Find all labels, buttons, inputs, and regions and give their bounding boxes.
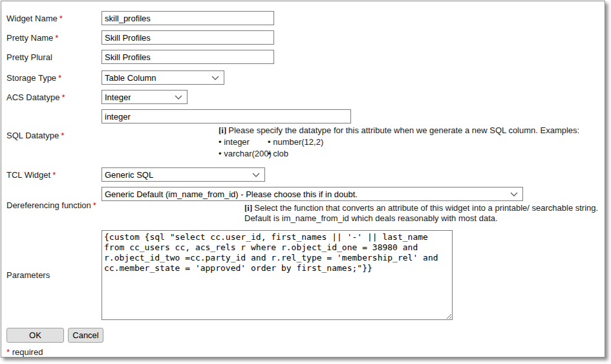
acs-datatype-label: ACS Datatype*	[6, 92, 102, 102]
storage-type-row: Storage Type* Table Column	[6, 70, 605, 85]
list-item: varchar(200)	[219, 148, 268, 160]
tcl-widget-select[interactable]: Generic SQL	[102, 167, 265, 182]
list-item: clob	[268, 148, 425, 160]
pretty-name-label: Pretty Name*	[6, 33, 102, 43]
dereferencing-function-selected-value: Generic Default (im_name_from_id) - Plea…	[105, 189, 358, 199]
acs-datatype-select[interactable]: Integer	[102, 90, 188, 104]
required-note: * required	[6, 347, 605, 357]
tcl-widget-label: TCL Widget*	[6, 170, 102, 180]
info-icon: [i]	[219, 125, 226, 135]
sql-datatype-label-text: SQL Datatype	[6, 131, 59, 140]
required-asterisk: *	[52, 170, 56, 180]
storage-type-label-text: Storage Type	[6, 73, 56, 83]
list-item: integer	[219, 136, 268, 148]
acs-datatype-label-text: ACS Datatype	[6, 92, 59, 102]
sql-datatype-label: SQL Datatype*	[6, 131, 102, 140]
dereferencing-function-field-group: Generic Default (im_name_from_id) - Plea…	[102, 187, 598, 224]
pretty-name-label-text: Pretty Name	[6, 33, 53, 43]
dereferencing-function-help-line1-text: Select the function that converts an att…	[254, 203, 598, 213]
acs-datatype-row: ACS Datatype* Integer	[6, 90, 605, 104]
storage-type-select[interactable]: Table Column	[102, 70, 224, 85]
pretty-name-row: Pretty Name*	[6, 30, 605, 45]
chevron-down-icon	[510, 192, 518, 197]
sql-datatype-help-text-body: Please specify the datatype for this att…	[228, 125, 579, 135]
required-asterisk: *	[58, 73, 61, 83]
widget-name-label-text: Widget Name	[6, 14, 58, 23]
required-asterisk: *	[6, 347, 10, 357]
chevron-down-icon	[211, 76, 219, 80]
sql-datatype-row: SQL Datatype* [i]Please specify the data…	[6, 109, 605, 161]
dereferencing-function-help-line1: [i]Select the function that converts an …	[244, 203, 598, 213]
info-icon: [i]	[244, 203, 252, 213]
cancel-button[interactable]: Cancel	[68, 328, 103, 343]
required-asterisk: *	[59, 14, 63, 23]
parameters-textarea[interactable]: {custom {sql "select cc.user_id, first_n…	[102, 230, 453, 320]
acs-datatype-selected-value: Integer	[105, 92, 131, 102]
parameters-label: Parameters	[6, 270, 102, 280]
dereferencing-function-row: Dereferencing function* Generic Default …	[6, 187, 605, 224]
parameters-row: Parameters {custom {sql "select cc.user_…	[6, 230, 605, 320]
sql-datatype-input[interactable]	[102, 109, 351, 123]
widget-name-label: Widget Name*	[6, 14, 102, 23]
tcl-widget-label-text: TCL Widget	[6, 170, 50, 180]
storage-type-label: Storage Type*	[6, 73, 102, 83]
dereferencing-function-label: Dereferencing function*	[6, 200, 102, 210]
required-asterisk: *	[61, 131, 64, 140]
tcl-widget-selected-value: Generic SQL	[105, 170, 153, 180]
pretty-name-input[interactable]	[102, 30, 274, 45]
chevron-down-icon	[175, 95, 182, 100]
widget-name-input[interactable]	[102, 11, 274, 25]
pretty-plural-input[interactable]	[102, 50, 274, 64]
form-action-buttons: OK Cancel	[6, 328, 605, 343]
pretty-plural-row: Pretty Plural	[6, 50, 605, 64]
sql-datatype-field-group: [i]Please specify the datatype for this …	[102, 109, 579, 161]
pretty-plural-label-text: Pretty Plural	[6, 52, 52, 62]
dereferencing-function-help-line2-text: Default is im_name_from_id which deals r…	[244, 213, 498, 223]
required-asterisk: *	[93, 200, 96, 210]
storage-type-selected-value: Table Column	[105, 73, 156, 83]
ok-button[interactable]: OK	[6, 328, 64, 343]
parameters-label-text: Parameters	[6, 270, 50, 280]
required-note-text: required	[12, 347, 43, 357]
required-asterisk: *	[55, 33, 58, 43]
pretty-plural-label: Pretty Plural	[6, 52, 102, 62]
required-asterisk: *	[61, 92, 65, 102]
sql-datatype-examples-list: integer number(12,2) varchar(200) clob	[219, 136, 425, 160]
dereferencing-function-help-line2: Default is im_name_from_id which deals r…	[244, 213, 598, 224]
sql-datatype-help-text: [i]Please specify the datatype for this …	[219, 125, 579, 136]
list-item: number(12,2)	[268, 136, 425, 148]
chevron-down-icon	[252, 173, 260, 177]
dereferencing-function-label-text: Dereferencing function	[6, 200, 91, 210]
widget-edit-form-panel: Widget Name* Pretty Name* Pretty Plural …	[1, 1, 605, 358]
dereferencing-function-select[interactable]: Generic Default (im_name_from_id) - Plea…	[102, 187, 523, 201]
widget-name-row: Widget Name*	[6, 11, 605, 25]
tcl-widget-row: TCL Widget* Generic SQL	[6, 167, 605, 182]
